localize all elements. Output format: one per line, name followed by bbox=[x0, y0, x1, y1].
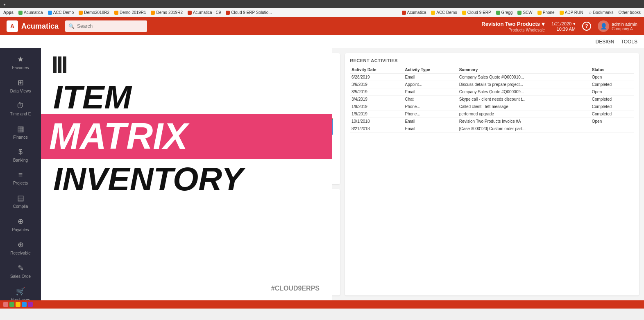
sidebar-item-favorites[interactable]: ★ Favorites bbox=[2, 52, 39, 73]
overlay-popup: ITEM MATRIX INVENTORY #CLOUD9ERPS bbox=[41, 48, 332, 300]
sidebar-item-dataviews[interactable]: ⊞ Data Views bbox=[2, 75, 39, 97]
date-value: 1/21/2020 bbox=[551, 21, 571, 26]
sidebar-item-label: Sales Orde bbox=[10, 274, 31, 279]
bookmark-label: SCW bbox=[523, 10, 532, 15]
dataviews-icon: ⊞ bbox=[18, 78, 24, 87]
bookmark-label: Phone bbox=[543, 10, 555, 15]
app-name: Acumatica bbox=[21, 22, 59, 31]
sidebar-item-label: Complia bbox=[13, 204, 28, 209]
bookmark-label: Demo 2019R1 bbox=[120, 10, 146, 15]
sidebar-item-projects[interactable]: ≡ Projects bbox=[2, 167, 39, 189]
status-indicators bbox=[3, 302, 33, 307]
bookmark-demo2018[interactable]: Demo2018R2 bbox=[79, 10, 109, 15]
sidebar-item-finance[interactable]: ▦ Finance bbox=[2, 121, 39, 143]
activity-date: 10/1/2018 bbox=[350, 118, 403, 125]
design-button[interactable]: DESIGN bbox=[596, 39, 615, 45]
status-dot-3 bbox=[16, 302, 20, 307]
company-subtitle: Products Wholesale bbox=[508, 28, 545, 32]
activity-summary[interactable]: Company Sales Quote #Q000009... bbox=[458, 88, 590, 96]
table-row: 3/6/2019 Appoint... Discuss details to p… bbox=[350, 81, 634, 88]
payables-icon: ⊕ bbox=[18, 217, 24, 226]
overlay-matrix-banner: MATRIX bbox=[41, 114, 332, 159]
user-info[interactable]: 👤 admin admin Company A bbox=[598, 20, 637, 32]
status-dot-1 bbox=[3, 302, 8, 307]
activity-summary[interactable]: [Case #000120] Custom order part... bbox=[458, 125, 590, 133]
activity-summary[interactable]: Called client - left message bbox=[458, 103, 590, 110]
activities-title: RECENT ACTIVITIES bbox=[350, 58, 634, 63]
search-input[interactable] bbox=[77, 23, 144, 29]
bookmark-phone[interactable]: Phone bbox=[537, 10, 555, 15]
overlay-matrix-text: MATRIX bbox=[49, 118, 324, 155]
bookmark-bookmarks[interactable]: ☆ Bookmarks bbox=[588, 10, 614, 15]
bookmark-label: ADP RUN bbox=[565, 10, 583, 15]
sidebar-item-salesorder[interactable]: ✎ Sales Orde bbox=[2, 260, 39, 282]
bookmark-demo2019r2[interactable]: Demo 2019R2 bbox=[151, 10, 182, 15]
activity-summary[interactable]: Company Sales Quote #Q000010... bbox=[458, 74, 590, 81]
receivables-icon: ⊕ bbox=[18, 240, 24, 249]
sidebar-item-time[interactable]: ⏱ Time and E bbox=[2, 98, 39, 119]
activity-summary[interactable]: Revision Two Products Invoice #A bbox=[458, 118, 590, 125]
header-right: Revision Two Products ▾ Products Wholesa… bbox=[481, 20, 637, 32]
activity-status: Completed bbox=[590, 110, 634, 118]
bookmark-cloud9erp2[interactable]: Cloud 9 ERP bbox=[462, 10, 491, 15]
bookmark-acumatica[interactable]: Acumatica bbox=[402, 10, 426, 15]
bookmark-acc-demo[interactable]: ACC Demo bbox=[48, 10, 74, 15]
activity-status: Open bbox=[590, 74, 634, 81]
bookmark-demo2019r1[interactable]: Demo 2019R1 bbox=[114, 10, 146, 15]
sidebar-item-label: Purchases bbox=[11, 297, 30, 300]
activity-type: Email bbox=[403, 88, 457, 96]
activity-status: Completed bbox=[590, 103, 634, 110]
sidebar-item-payables[interactable]: ⊕ Payables bbox=[2, 214, 39, 235]
sidebar-item-label: Data Views bbox=[10, 89, 31, 93]
search-container[interactable]: 🔍 bbox=[65, 20, 147, 32]
tools-button[interactable]: TOOLS bbox=[621, 39, 637, 45]
app-logo[interactable]: A Acumatica bbox=[7, 20, 59, 32]
activity-summary[interactable]: Discuss details to prepare project... bbox=[458, 81, 590, 88]
bookmark-label: Gregg bbox=[501, 10, 513, 15]
bookmark-cloud9erp[interactable]: Cloud 9 ERP Solutio... bbox=[226, 10, 272, 15]
main-area: ★ Favorites ⊞ Data Views ⏱ Time and E ▦ … bbox=[0, 48, 644, 300]
sidebar-item-label: Receivable bbox=[10, 251, 30, 255]
activity-table: Activity Date Activity Type Summary Stat… bbox=[350, 66, 634, 133]
activity-type: Email bbox=[403, 74, 457, 81]
bookmark-adp[interactable]: ADP RUN bbox=[560, 10, 583, 15]
bookmark-acumatica-c9[interactable]: Acumatica - C9 bbox=[188, 10, 221, 15]
browser-status: ● bbox=[3, 2, 6, 7]
time-icon: ⏱ bbox=[17, 101, 24, 110]
bookmark-label: Acumatica bbox=[24, 10, 43, 15]
overlay-hashtag: #CLOUD9ERPS bbox=[271, 285, 320, 292]
status-dot-5 bbox=[28, 302, 33, 307]
search-icon: 🔍 bbox=[68, 23, 75, 29]
sidebar-item-compliance[interactable]: ▤ Complia bbox=[2, 190, 39, 212]
bookmark-other[interactable]: Other books bbox=[619, 10, 641, 15]
activity-summary[interactable]: performed upgrade bbox=[458, 110, 590, 118]
sidebar-item-purchases[interactable]: 🛒 Purchases bbox=[2, 284, 39, 300]
sidebar-item-receivables[interactable]: ⊕ Receivable bbox=[2, 237, 39, 259]
sidebar: ★ Favorites ⊞ Data Views ⏱ Time and E ▦ … bbox=[0, 48, 41, 300]
status-dot-2 bbox=[9, 302, 14, 307]
company-selector[interactable]: Revision Two Products ▾ Products Wholesa… bbox=[481, 20, 545, 32]
app-header: A Acumatica 🔍 Revision Two Products ▾ Pr… bbox=[0, 17, 644, 35]
bookmark-acc-demo2[interactable]: ACC Demo bbox=[431, 10, 457, 15]
logo-icon: A bbox=[7, 20, 18, 32]
help-icon[interactable]: ? bbox=[582, 22, 591, 31]
overlay-decorative-lines bbox=[53, 56, 320, 73]
sidebar-item-banking[interactable]: $ Banking bbox=[2, 144, 39, 166]
status-bar bbox=[0, 300, 644, 309]
company-name: Revision Two Products bbox=[481, 21, 540, 27]
sidebar-item-label: Favorites bbox=[12, 65, 29, 70]
sidebar-item-label: Payables bbox=[12, 228, 29, 232]
activity-status: Open bbox=[590, 88, 634, 96]
bookmark-hub-sales[interactable]: Acumatica bbox=[18, 10, 43, 15]
logo-letter: A bbox=[10, 23, 14, 29]
activities-panel: RECENT ACTIVITIES Activity Date Activity… bbox=[345, 53, 639, 295]
bookmark-gregg[interactable]: Gregg bbox=[496, 10, 513, 15]
bookmark-scw[interactable]: SCW bbox=[517, 10, 532, 15]
apps-label[interactable]: Apps bbox=[3, 10, 14, 15]
col-status: Status bbox=[590, 66, 634, 74]
header-icons: ? bbox=[582, 22, 591, 31]
activity-date: 8/21/2018 bbox=[350, 125, 403, 133]
bookmark-label: Acumatica - C9 bbox=[193, 10, 221, 15]
activity-summary[interactable]: Skype call - client needs discount t... bbox=[458, 96, 590, 103]
activity-status: Open bbox=[590, 118, 634, 125]
